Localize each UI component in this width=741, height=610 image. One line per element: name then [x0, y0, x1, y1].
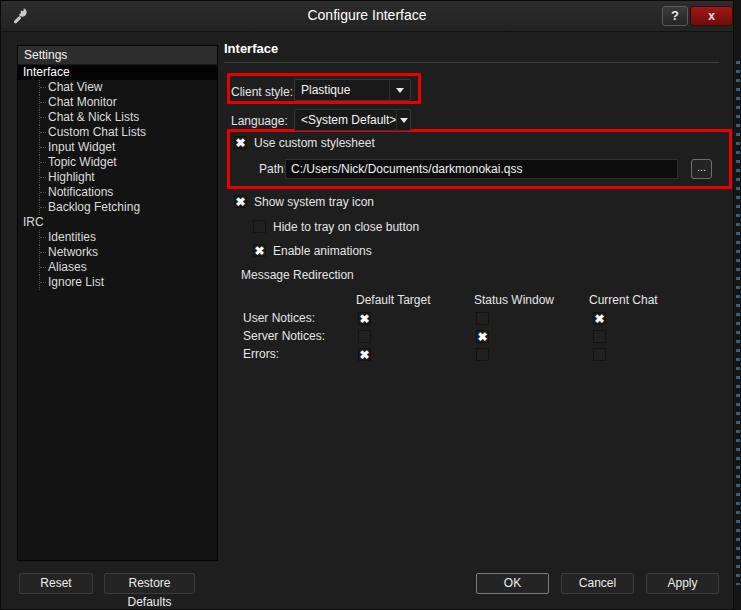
page-title: Interface: [224, 41, 278, 56]
use-custom-stylesheet-label: Use custom stylesheet: [254, 136, 375, 150]
heading-separator: [224, 62, 719, 63]
hide-to-tray-label: Hide to tray on close button: [273, 220, 419, 234]
sidebar-item-label: Chat Monitor: [48, 95, 117, 109]
redirection-row-label-errors: Errors:: [243, 347, 279, 361]
sidebar-item-networks[interactable]: Networks: [18, 245, 217, 260]
sidebar-item-identities[interactable]: Identities: [18, 230, 217, 245]
show-system-tray-label: Show system tray icon: [254, 195, 374, 209]
stylesheet-path-input[interactable]: C:/Users/Nick/Documents/darkmonokai.qss: [285, 159, 678, 179]
redirection-row-label-user-notices: User Notices:: [243, 311, 315, 325]
sidebar-item-custom-chat-lists[interactable]: Custom Chat Lists: [18, 125, 217, 140]
hide-to-tray-checkbox[interactable]: [253, 220, 266, 233]
redirection-column-default-target: Default Target: [356, 293, 431, 307]
close-button[interactable]: x: [690, 6, 733, 26]
sidebar-item-label: Interface: [23, 65, 70, 79]
sidebar-item-aliases[interactable]: Aliases: [18, 260, 217, 275]
sidebar-item-highlight[interactable]: Highlight: [18, 170, 217, 185]
settings-tree-header: Settings: [18, 46, 217, 65]
sidebar-item-label: Chat View: [48, 80, 102, 94]
chevron-down-icon: [389, 80, 410, 100]
window-title: Configure Interface: [1, 7, 733, 23]
sidebar-items: InterfaceChat ViewChat MonitorChat & Nic…: [18, 65, 217, 290]
help-button[interactable]: ?: [662, 6, 688, 26]
background-window-list-icons: [736, 55, 740, 585]
sidebar-item-label: Highlight: [48, 170, 95, 184]
use-custom-stylesheet-checkbox[interactable]: ✖: [234, 136, 247, 149]
sidebar-item-label: Ignore List: [48, 275, 104, 289]
enable-animations-label: Enable animations: [273, 244, 372, 258]
sidebar-item-label: Aliases: [48, 260, 87, 274]
redirection-row-label-server-notices: Server Notices:: [243, 329, 325, 343]
sidebar-item-label: Networks: [48, 245, 98, 259]
chevron-down-icon: [396, 110, 410, 130]
show-system-tray-checkbox[interactable]: ✖: [234, 195, 247, 208]
sidebar-item-label: IRC: [23, 215, 44, 229]
reset-button[interactable]: Reset: [19, 573, 93, 594]
sidebar-item-label: Notifications: [48, 185, 113, 199]
redirection-column-current-chat: Current Chat: [589, 293, 658, 307]
sidebar-item-label: Input Widget: [48, 140, 115, 154]
ok-button[interactable]: OK: [476, 573, 549, 594]
sidebar-item-label: Identities: [48, 230, 96, 244]
sidebar-item-chat-nick-lists[interactable]: Chat & Nick Lists: [18, 110, 217, 125]
redirect-checkbox-errors-status-window[interactable]: [476, 348, 489, 361]
sidebar-item-backlog-fetching[interactable]: Backlog Fetching: [18, 200, 217, 215]
sidebar-item-interface[interactable]: Interface: [18, 65, 217, 80]
sidebar-item-label: Chat & Nick Lists: [48, 110, 139, 124]
redirect-checkbox-user-notices-current-chat[interactable]: ✖: [593, 312, 606, 325]
redirect-checkbox-server-notices-status-window[interactable]: ✖: [476, 330, 489, 343]
cancel-button[interactable]: Cancel: [561, 573, 634, 594]
message-redirection-title: Message Redirection: [241, 268, 354, 282]
sidebar-item-chat-monitor[interactable]: Chat Monitor: [18, 95, 217, 110]
sidebar-item-input-widget[interactable]: Input Widget: [18, 140, 217, 155]
redirect-checkbox-errors-current-chat[interactable]: [593, 348, 606, 361]
redirect-checkbox-user-notices-status-window[interactable]: [476, 312, 489, 325]
sidebar-item-label: Custom Chat Lists: [48, 125, 146, 139]
sidebar-item-ignore-list[interactable]: Ignore List: [18, 275, 217, 290]
language-value: <System Default>: [295, 113, 396, 127]
redirect-checkbox-server-notices-default-target[interactable]: [358, 330, 371, 343]
client-style-value: Plastique: [295, 83, 389, 97]
redirect-checkbox-user-notices-default-target[interactable]: ✖: [358, 312, 371, 325]
sidebar-item-chat-view[interactable]: Chat View: [18, 80, 217, 95]
enable-animations-checkbox[interactable]: ✖: [253, 244, 266, 257]
restore-defaults-button[interactable]: Restore Defaults: [104, 573, 195, 594]
sidebar-item-irc[interactable]: IRC: [18, 215, 217, 230]
redirection-column-status-window: Status Window: [474, 293, 554, 307]
background-window-sliver: [734, 0, 741, 610]
title-bar: Configure Interface ? x: [1, 1, 733, 32]
language-select[interactable]: <System Default>: [294, 109, 411, 131]
sidebar-item-label: Topic Widget: [48, 155, 117, 169]
language-label: Language:: [231, 114, 288, 128]
sidebar-item-label: Backlog Fetching: [48, 200, 140, 214]
settings-tree: Settings InterfaceChat ViewChat MonitorC…: [17, 45, 218, 561]
path-label: Path:: [259, 162, 287, 176]
redirect-checkbox-server-notices-current-chat[interactable]: [593, 330, 606, 343]
configure-interface-dialog: Configure Interface ? x Settings Interfa…: [0, 0, 734, 610]
client-style-label: Client style:: [231, 85, 293, 99]
sidebar-item-notifications[interactable]: Notifications: [18, 185, 217, 200]
redirect-checkbox-errors-default-target[interactable]: ✖: [358, 348, 371, 361]
client-style-select[interactable]: Plastique: [294, 79, 411, 101]
apply-button[interactable]: Apply: [646, 573, 719, 594]
sidebar-item-topic-widget[interactable]: Topic Widget: [18, 155, 217, 170]
browse-button[interactable]: ...: [691, 159, 712, 179]
